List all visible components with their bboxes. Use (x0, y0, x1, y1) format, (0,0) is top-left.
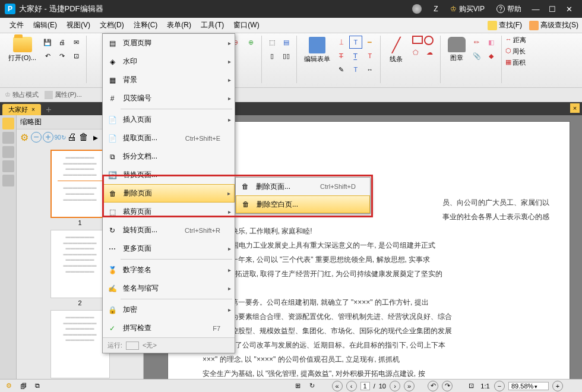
mark-icon[interactable]: ✎ (335, 63, 348, 76)
menu-more-pages[interactable]: ⋯更多页面▸ (103, 239, 235, 258)
menu-delete-page[interactable]: 🗑删除页面▸ (103, 184, 235, 203)
bookmarks-tab-icon[interactable] (2, 132, 14, 144)
double-icon[interactable]: ▯▯ (280, 49, 293, 62)
panel-more-icon[interactable]: ▸ (90, 132, 101, 143)
menu-watermark[interactable]: ◈水印▸ (103, 52, 235, 71)
text-icon[interactable]: T (363, 49, 377, 62)
eraser-icon[interactable]: ◧ (485, 36, 498, 49)
zoom-fit-icon[interactable]: ⊡ (466, 381, 476, 391)
panel-zoom-out-icon[interactable]: − (31, 132, 42, 143)
menu-split-doc[interactable]: ⧉拆分文档... (103, 147, 235, 166)
menu-insert-page[interactable]: 📄插入页面▸ (103, 110, 235, 129)
edit-form-button[interactable]: 编辑表单 (301, 36, 334, 65)
sb-options-icon[interactable]: ⚙ (4, 381, 14, 391)
nav-fwd-button[interactable]: ↷ (442, 381, 453, 391)
menu-comment[interactable]: 注释(C) (129, 18, 163, 33)
find-button[interactable]: 查找(F) (484, 19, 526, 31)
thumbnail-3[interactable]: ▬▬▬▬▬▬▬▬▬▬▬▬▬▬▬▬▬▬▬▬▬▬▬▬▬▬▬▬▬▬▬▬ (50, 310, 110, 378)
menu-bates[interactable]: #贝茨编号▸ (103, 89, 235, 108)
text-select-icon[interactable]: ⟘ (335, 36, 348, 49)
panel-settings-icon[interactable]: ⚙ (19, 132, 30, 143)
thumbnail-2[interactable]: ▬▬▬▬▬▬▬▬▬▬▬▬▬▬▬▬▬▬▬▬▬▬▬▬▬▬▬▬▬▬▬▬▬▬▬▬▬▬▬▬… (50, 230, 110, 298)
strike-icon[interactable]: T̶ (335, 49, 348, 62)
close-all-tabs-button[interactable]: × (570, 103, 580, 113)
menu-encrypt[interactable]: 🔒加密▸ (103, 301, 235, 319)
sb-layout-icon[interactable]: ⊞ (293, 381, 303, 391)
first-page-button[interactable]: « (332, 381, 343, 391)
user-label[interactable]: Z (434, 5, 438, 13)
menu-tools[interactable]: 工具(T) (196, 18, 229, 33)
email-icon[interactable]: ✉ (69, 36, 83, 49)
circle-icon[interactable] (424, 36, 434, 45)
perimeter-button[interactable]: ⬡周长 (505, 47, 526, 56)
menu-replace-page[interactable]: 🔄替换页面... (103, 166, 235, 184)
submenu-delete-pages[interactable]: 🗑删除页面...Ctrl+Shift+D (236, 178, 370, 195)
open-button[interactable]: 打开(O)... (5, 36, 40, 64)
insert-icon[interactable]: T (349, 63, 362, 76)
menu-header-footer[interactable]: ▤页眉页脚▸ (103, 34, 235, 52)
menu-window[interactable]: 窗口(W) (229, 18, 264, 33)
minimize-button[interactable]: — (527, 1, 544, 17)
menu-edit[interactable]: 编辑(E) (29, 18, 62, 33)
sb-pages-icon[interactable]: 🗐 (18, 381, 29, 391)
undo-icon[interactable]: ↶ (41, 49, 54, 62)
advanced-find-button[interactable]: 高级查找(S) (526, 19, 582, 31)
menu-background[interactable]: ▦背景▸ (103, 71, 235, 89)
area-button[interactable]: ▦面积 (505, 58, 526, 67)
attachments-tab-icon[interactable] (2, 160, 14, 172)
layers-tab-icon[interactable] (2, 146, 14, 158)
globe-icon[interactable] (412, 4, 422, 14)
signatures-tab-icon[interactable] (2, 175, 14, 186)
menu-document[interactable]: 文档(D) (95, 18, 129, 33)
save-icon[interactable]: 💾 (41, 36, 54, 49)
single-icon[interactable]: ▯ (265, 49, 279, 62)
distance-button[interactable]: ↔距离 (505, 36, 526, 45)
current-page-input[interactable]: 1 (360, 382, 370, 390)
doc-icon[interactable]: ▤ (280, 36, 293, 49)
submenu-delete-blank[interactable]: 🗑删除空白页... (236, 195, 370, 213)
menu-file[interactable]: 文件 (5, 18, 29, 33)
panel-print-icon[interactable]: 🖨 (67, 132, 77, 143)
panel-delete-icon[interactable]: 🗑 (78, 132, 89, 143)
highlight-icon[interactable]: ━ (363, 36, 377, 49)
fit-icon[interactable]: ⬚ (265, 36, 279, 49)
stamp-button[interactable]: 图章 (444, 36, 469, 64)
text-box-icon[interactable]: T (349, 36, 362, 49)
zoom-out-button[interactable]: − (494, 381, 505, 391)
menu-form[interactable]: 表单(R) (162, 18, 196, 33)
close-button[interactable]: ✕ (561, 1, 577, 17)
polygon-icon[interactable]: ⬠ (409, 46, 422, 59)
rect-icon[interactable] (412, 36, 423, 44)
replace-icon[interactable]: ↔ (363, 63, 377, 76)
last-page-button[interactable]: » (404, 381, 415, 391)
next-page-button[interactable]: › (390, 381, 400, 391)
zoom-in-icon[interactable]: ⊕ (245, 36, 258, 49)
properties-button[interactable]: 属性(P)... (45, 90, 82, 99)
zoom-select[interactable]: 89.58% (508, 382, 549, 390)
menu-crop-page[interactable]: ⬚裁剪页面▸ (103, 203, 235, 221)
nav-back-button[interactable]: ↶ (428, 381, 438, 391)
menu-view[interactable]: 视图(V) (62, 18, 95, 33)
exclusive-mode-button[interactable]: ♔独占模式 (5, 90, 39, 99)
sb-rotate-icon[interactable]: ↻ (307, 381, 318, 391)
panel-rotate-icon[interactable]: 90↻ (55, 132, 65, 143)
thumbnails-tab-icon[interactable] (2, 118, 14, 129)
underline-icon[interactable]: T̲ (349, 49, 362, 62)
panel-zoom-in-icon[interactable]: + (43, 132, 53, 143)
menu-spellcheck[interactable]: ✓拼写检查F7 (103, 319, 235, 337)
maximize-button[interactable]: ☐ (544, 1, 561, 17)
help-button[interactable]: ?帮助 (496, 4, 521, 14)
tab-close-icon[interactable]: × (31, 106, 35, 113)
menu-signature[interactable]: ✍签名与缩写▸ (103, 279, 235, 298)
menu-rotate-page[interactable]: ↻旋转页面...Ctrl+Shift+R (103, 221, 235, 239)
print-icon[interactable]: 🖨 (55, 36, 68, 49)
redo-icon[interactable]: ↷ (55, 49, 68, 62)
lines-button[interactable]: ╱ 线条 (384, 36, 408, 65)
thumbnail-1[interactable]: ▬▬▬▬▬▬▬▬▬▬▬▬▬▬▬▬▬▬▬▬▬▬▬▬▬▬▬▬▬▬▬▬▬▬▬▬▬▬▬▬… (50, 150, 110, 218)
scan-icon[interactable]: ⊡ (69, 49, 83, 62)
zoom-in-button[interactable]: + (552, 381, 563, 391)
pencil-icon[interactable]: ✏ (470, 36, 483, 49)
attach-icon[interactable]: 📎 (470, 49, 483, 62)
sb-copy-icon[interactable]: ⧉ (32, 381, 43, 391)
cloud-icon[interactable]: ☁ (423, 46, 436, 59)
